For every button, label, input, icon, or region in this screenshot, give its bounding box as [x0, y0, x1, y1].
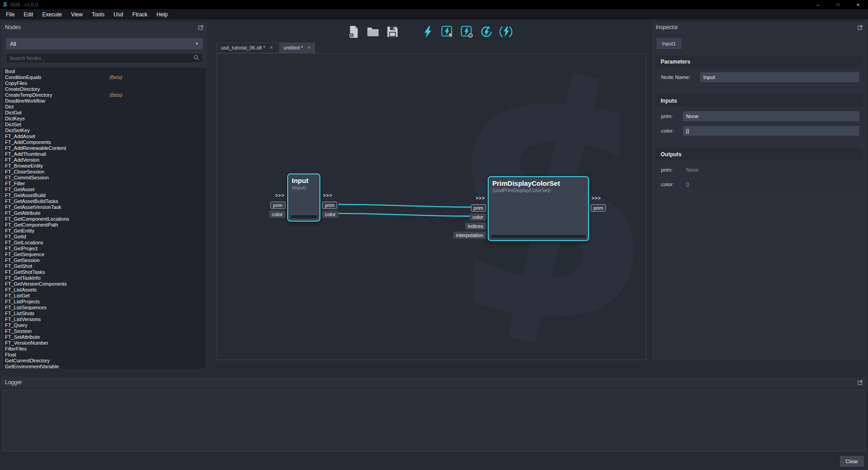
- node-list-item-ft-gettaskinfo[interactable]: FT_GetTaskInfo: [3, 275, 206, 281]
- node-list-item-dictsetkey[interactable]: DictSetKey: [3, 128, 206, 134]
- node-list-item-ft-browseentity[interactable]: FT_BrowseEntity: [3, 163, 206, 169]
- undock-icon[interactable]: [198, 25, 204, 30]
- port-prim[interactable]: prim: [471, 204, 486, 212]
- node-filter-dropdown[interactable]: All ▼: [6, 38, 203, 49]
- node-list-item-dict[interactable]: Dict: [3, 104, 206, 110]
- undock-icon[interactable]: [858, 25, 863, 30]
- port-exec[interactable]: >>>: [322, 193, 333, 200]
- node-list-item-filterfiles[interactable]: FilterFiles: [3, 346, 206, 352]
- node-list-item-ft-getentity[interactable]: FT_GetEntity: [3, 228, 206, 234]
- menu-ftrack[interactable]: Ftrack: [128, 10, 152, 19]
- maximize-button[interactable]: □: [828, 0, 848, 9]
- graph-node-input[interactable]: Input(input)>>>primcolor>>>primcolor: [287, 173, 320, 222]
- node-search-input[interactable]: [10, 55, 193, 61]
- node-list-item-ft-addcomponents[interactable]: FT_AddComponents: [3, 139, 206, 145]
- node-list-item-ft-getlocations[interactable]: FT_GetLocations: [3, 240, 206, 246]
- port-color[interactable]: color: [269, 211, 285, 218]
- field-prim[interactable]: None: [683, 111, 859, 121]
- port-exec[interactable]: >>>: [475, 195, 486, 203]
- field-node-name[interactable]: Input: [700, 72, 859, 82]
- execute-button[interactable]: [420, 25, 436, 40]
- node-list-item-ft-getcomponentpath[interactable]: FT_GetComponentPath: [3, 222, 206, 228]
- menu-help[interactable]: Help: [152, 10, 172, 19]
- tab-untitled[interactable]: untitled *✕: [279, 42, 315, 53]
- port-prim[interactable]: prim: [591, 204, 606, 212]
- menu-view[interactable]: View: [66, 10, 87, 19]
- node-list-item-ft-listassets[interactable]: FT_ListAssets: [3, 287, 206, 293]
- node-list-item-ft-listget[interactable]: FT_ListGet: [3, 293, 206, 299]
- node-list-item-ft-getcomponentlocations[interactable]: FT_GetComponentLocations: [3, 216, 206, 222]
- node-list-item-dictget[interactable]: DictGet: [3, 110, 206, 116]
- port-prim[interactable]: prim: [322, 202, 337, 209]
- node-list-item-getenvironmentvariable[interactable]: GetEnvironmentVariable: [3, 364, 206, 369]
- node-list-item-ft-getattribute[interactable]: FT_GetAttribute: [3, 210, 206, 216]
- node-list-item-ft-addthumbnail[interactable]: FT_AddThumbnail: [3, 151, 206, 157]
- new-graph-button[interactable]: [346, 25, 361, 40]
- node-list-item-ft-commitsession[interactable]: FT_CommitSession: [3, 175, 206, 181]
- tab-close-icon[interactable]: ✕: [308, 45, 311, 50]
- inspector-tab-input1[interactable]: Input1: [657, 38, 682, 49]
- tab-usd-tutorial-06-sft[interactable]: usd_tutorial_06.sft *✕: [216, 42, 278, 53]
- node-list-item-ft-closesession[interactable]: FT_CloseSession: [3, 169, 206, 175]
- graph-node-primdisplaycolorset[interactable]: PrimDisplayColorSet(UsdPrimDisplayColorS…: [488, 176, 589, 241]
- port-interpolation[interactable]: interpolation: [453, 232, 486, 239]
- node-list-item-ft-listsequences[interactable]: FT_ListSequences: [3, 305, 206, 311]
- port-color[interactable]: color: [470, 213, 486, 221]
- menu-usd[interactable]: Usd: [109, 10, 128, 19]
- undock-icon[interactable]: [858, 380, 863, 385]
- open-graph-button[interactable]: [365, 25, 381, 40]
- node-list-item-ft-setattribute[interactable]: FT_SetAttribute: [3, 334, 206, 340]
- node-list-item-ft-getshot[interactable]: FT_GetShot: [3, 263, 206, 269]
- save-graph-button[interactable]: [385, 25, 400, 40]
- port-color[interactable]: color: [322, 211, 338, 218]
- port-prim[interactable]: prim: [270, 202, 285, 209]
- node-list-item-ft-getassetbuild[interactable]: FT_GetAssetBuild: [3, 193, 206, 198]
- node-list-item-ft-getsequence[interactable]: FT_GetSequence: [3, 252, 206, 257]
- node-list-item-deadlineworkflow[interactable]: DeadlineWorkflow: [3, 98, 206, 104]
- node-list-item-ft-addreviewablecontent[interactable]: FT_AddReviewableContent: [3, 145, 206, 151]
- node-list-item-ft-getversioncomponents[interactable]: FT_GetVersionComponents: [3, 281, 206, 287]
- node-list-item-ft-listshots[interactable]: FT_ListShots: [3, 311, 206, 317]
- node-list-item-ft-addversion[interactable]: FT_AddVersion: [3, 157, 206, 163]
- node-list-item-ft-getproject[interactable]: FT_GetProject: [3, 246, 206, 252]
- node-list-item-ft-versionnumber[interactable]: FT_VersionNumber: [3, 340, 206, 346]
- node-list-item-ft-filter[interactable]: FT_Filter: [3, 181, 206, 187]
- execute-cancel-button[interactable]: [459, 25, 475, 40]
- node-list-item-ft-getid[interactable]: FT_GetId: [3, 234, 206, 240]
- node-list-item-ft-getasset[interactable]: FT_GetAsset: [3, 187, 206, 193]
- port-indices[interactable]: indices: [465, 223, 486, 230]
- execute-loop-button[interactable]: [479, 25, 494, 40]
- node-list-item-ft-addasset[interactable]: FT_AddAsset: [3, 134, 206, 139]
- node-list-item-ft-listversions[interactable]: FT_ListVersions: [3, 317, 206, 322]
- node-list-item-bool[interactable]: Bool: [3, 69, 206, 74]
- menu-file[interactable]: File: [1, 10, 19, 19]
- node-list-item-ft-getshottasks[interactable]: FT_GetShotTasks: [3, 269, 206, 275]
- node-list-item-ft-getsession[interactable]: FT_GetSession: [3, 257, 206, 263]
- node-list-item-dictset[interactable]: DictSet: [3, 122, 206, 128]
- node-list-item-createtempdirectory[interactable]: CreateTempDirectory(Beta): [3, 92, 206, 98]
- node-list-item-ft-query[interactable]: FT_Query: [3, 322, 206, 328]
- node-list-item-conditionequals[interactable]: ConditionEquals(Beta): [3, 74, 206, 80]
- node-list-item-createdirectory[interactable]: CreateDirectory: [3, 86, 206, 92]
- node-graph-canvas[interactable]: S Input(input)>>>primcolor>>>primcolorPr…: [216, 53, 646, 360]
- node-list-item-ft-getassetversiontask[interactable]: FT_GetAssetVersionTask: [3, 204, 206, 210]
- node-list-item-float[interactable]: Float: [3, 352, 206, 358]
- execute-selection-button[interactable]: [440, 25, 455, 40]
- port-exec[interactable]: >>>: [274, 193, 285, 200]
- node-list-item-ft-getassetbuildtasks[interactable]: FT_GetAssetBuildTasks: [3, 198, 206, 204]
- menu-execute[interactable]: Execute: [38, 10, 66, 19]
- node-list-item-getcurrentdirectory[interactable]: GetCurrentDirectory: [3, 358, 206, 364]
- execute-live-button[interactable]: [498, 25, 514, 40]
- menu-edit[interactable]: Edit: [19, 10, 38, 19]
- menu-tools[interactable]: Tools: [87, 10, 109, 19]
- tab-close-icon[interactable]: ✕: [270, 45, 273, 50]
- minimize-button[interactable]: –: [808, 0, 828, 9]
- close-button[interactable]: ✕: [848, 0, 868, 9]
- field-color[interactable]: []: [683, 126, 859, 136]
- port-exec[interactable]: >>>: [591, 195, 602, 203]
- node-list-item-ft-session[interactable]: FT_Session: [3, 328, 206, 334]
- logger-clear-button[interactable]: Clear: [840, 456, 864, 467]
- node-list-item-ft-listprojects[interactable]: FT_ListProjects: [3, 299, 206, 305]
- node-list-item-dictkeys[interactable]: DictKeys: [3, 116, 206, 122]
- node-list-item-copyfiles[interactable]: CopyFiles: [3, 80, 206, 86]
